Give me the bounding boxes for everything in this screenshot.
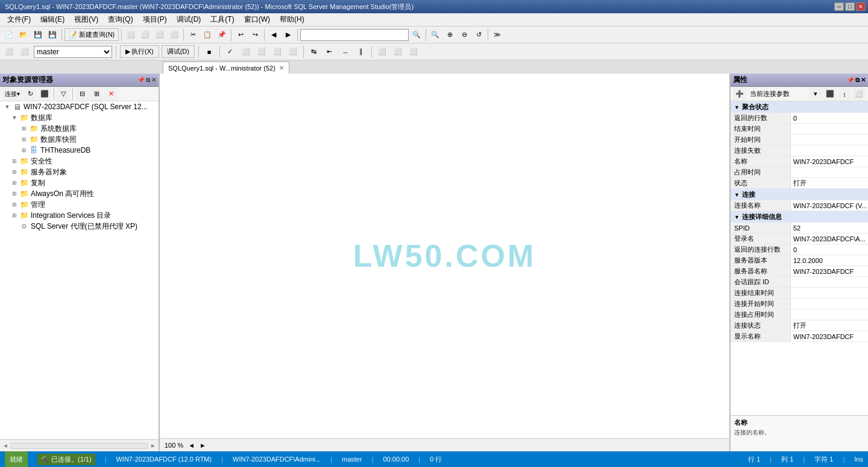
tb-unindent[interactable]: ⇤ [323,45,336,59]
server-objects-node[interactable]: ⊞ 📁 服务器对象 [0,167,159,177]
tb-results[interactable]: ⬜ [271,45,284,59]
maximize-button[interactable]: □ [845,2,855,11]
menu-view[interactable]: 视图(V) [69,13,103,26]
tb-indent[interactable]: ↹ [307,45,321,59]
security-expand[interactable]: ⊞ [10,158,19,164]
tb-nav2[interactable]: ▶ [281,28,295,42]
tb-check[interactable]: ✓ [224,45,237,59]
tb-nav[interactable]: ◀ [267,28,280,42]
scroll-right-btn[interactable]: ► [200,442,206,449]
menu-debug[interactable]: 调试(D) [172,13,206,26]
security-node[interactable]: ⊞ 📁 安全性 [0,156,159,167]
tb-open[interactable]: 📂 [17,28,30,42]
tb-uncomment[interactable]: ∥ [354,45,368,59]
tb-cut[interactable]: ✂ [186,28,200,42]
integration-node[interactable]: ⊞ 📁 Integration Services 目录 [0,210,159,221]
tb-new-file[interactable]: 📄 [2,28,16,42]
tb-btn3[interactable]: ⬜ [153,28,166,42]
close-panel-icon[interactable]: ✕ [151,77,156,84]
tb-btn2[interactable]: ⬜ [139,28,152,42]
sys-databases-expand[interactable]: ⊞ [19,125,29,132]
properties-close-icon[interactable]: ✕ [861,77,866,84]
tb-zoom2[interactable]: ⊕ [443,28,456,42]
menu-tools[interactable]: 工具(T) [206,13,239,26]
tb-parse[interactable]: ⬜ [239,45,253,59]
debug-button[interactable]: 调试(D) [162,45,195,58]
tb-btn4[interactable]: ⬜ [168,28,181,42]
query-tab-1[interactable]: SQLQuery1.sql - W...ministrator (52) ✕ [163,62,289,74]
server-node[interactable]: ▼ 🖥 WIN7-2023DAFDCF (SQL Server 12... [0,101,159,112]
properties-float-icon[interactable]: ⧉ [855,77,860,84]
prop-group-conn-detail[interactable]: ▼ 连接详细信息 [731,211,868,223]
menu-query[interactable]: 查询(Q) [103,13,137,26]
alwayson-node[interactable]: ⊞ 📁 AlwaysOn 高可用性 [0,188,159,199]
alwayson-expand[interactable]: ⊞ [10,191,19,197]
tb-search[interactable]: 🔍 [410,28,423,42]
databases-expand[interactable]: ▼ [10,115,19,121]
menu-window[interactable]: 窗口(W) [239,13,275,26]
properties-pin-icon[interactable]: 📌 [847,77,854,84]
prop-group-connection[interactable]: ▼ 连接 [731,189,868,200]
oe-refresh-btn[interactable]: ↻ [24,87,37,101]
float-icon[interactable]: ⧉ [146,77,150,84]
prop-sort-btn[interactable]: ↕ [838,87,851,101]
management-node[interactable]: ⊞ 📁 管理 [0,199,159,210]
pin-icon[interactable]: 📌 [137,77,145,84]
oe-filter-btn[interactable]: ▽ [57,87,70,101]
tb-extra3[interactable]: ⬜ [407,45,420,59]
prop-group-aggregate[interactable]: ▼ 聚合状态 [731,101,868,113]
tb-reset[interactable]: ↺ [472,28,485,42]
tb-undo[interactable]: ↩ [234,28,247,42]
replication-node[interactable]: ⊞ 📁 复制 [0,177,159,188]
tb-save-all[interactable]: 💾 [46,28,59,42]
tb-btn1[interactable]: ⬜ [124,28,137,42]
tb-extra[interactable]: ⬜ [376,45,389,59]
minimize-button[interactable]: ─ [834,2,844,11]
tb-paste[interactable]: 📌 [215,28,228,42]
tb-stop[interactable]: ■ [203,45,216,59]
oe-stop-btn[interactable]: ⬛ [38,87,51,101]
db-snapshots-node[interactable]: ⊞ 📁 数据库快照 [0,134,159,145]
menu-help[interactable]: 帮助(H) [275,13,309,26]
execute-button[interactable]: ▶ 执行(X) [120,45,159,58]
management-expand[interactable]: ⊞ [10,202,19,208]
query-tab-1-close[interactable]: ✕ [279,65,284,71]
menu-project[interactable]: 项目(P) [138,13,172,26]
tb-save[interactable]: 💾 [31,28,45,42]
server-objects-expand[interactable]: ⊞ [10,169,19,175]
oe-connect-btn[interactable]: 连接▾ [2,87,22,101]
prop-grid-btn[interactable]: ⬛ [823,87,837,101]
query-editor[interactable] [160,74,729,438]
tb-more[interactable]: ≫ [491,28,504,42]
oe-report-btn[interactable]: ✕ [104,87,118,101]
search-input[interactable] [300,29,409,41]
db-snapshots-expand[interactable]: ⊞ [19,136,29,142]
tb-zoom3[interactable]: ⊖ [458,28,471,42]
tb-plan[interactable]: ⬜ [255,45,268,59]
database-selector[interactable]: master [34,46,112,58]
scroll-left-btn[interactable]: ◄ [188,442,195,449]
close-button[interactable]: ✕ [856,2,866,11]
tb-redo[interactable]: ↪ [248,28,262,42]
treasure-db-node[interactable]: ⊞ 🗄 THTheasureDB [0,145,159,156]
sql-agent-node[interactable]: ⊞ ⚙ SQL Server 代理(已禁用代理 XP) [0,221,159,232]
replication-expand[interactable]: ⊞ [10,180,19,186]
tb-copy[interactable]: 📋 [201,28,214,42]
databases-node[interactable]: ▼ 📁 数据库 [0,112,159,123]
integration-expand[interactable]: ⊞ [10,212,19,218]
tb-comment[interactable]: -- [339,45,352,59]
tb-zoom[interactable]: 🔍 [429,28,442,42]
oe-collapse-btn[interactable]: ⊟ [75,87,89,101]
new-query-button[interactable]: 📝 新建查询(N) [64,28,119,41]
prop-filter-btn[interactable]: ⬜ [852,87,866,101]
tb-extra2[interactable]: ⬜ [391,45,404,59]
treasure-db-expand[interactable]: ⊞ [19,147,29,153]
prop-add-btn[interactable]: ➕ [733,87,746,101]
menu-file[interactable]: 文件(F) [2,13,36,26]
tb-q2[interactable]: ⬜ [18,45,31,59]
menu-edit[interactable]: 编辑(E) [36,13,69,26]
server-expand[interactable]: ▼ [2,104,12,110]
tb-results2[interactable]: ⬜ [286,45,300,59]
object-explorer-scrollbar[interactable]: ◄ ► [0,439,159,451]
oe-expand-btn[interactable]: ⊞ [90,87,103,101]
